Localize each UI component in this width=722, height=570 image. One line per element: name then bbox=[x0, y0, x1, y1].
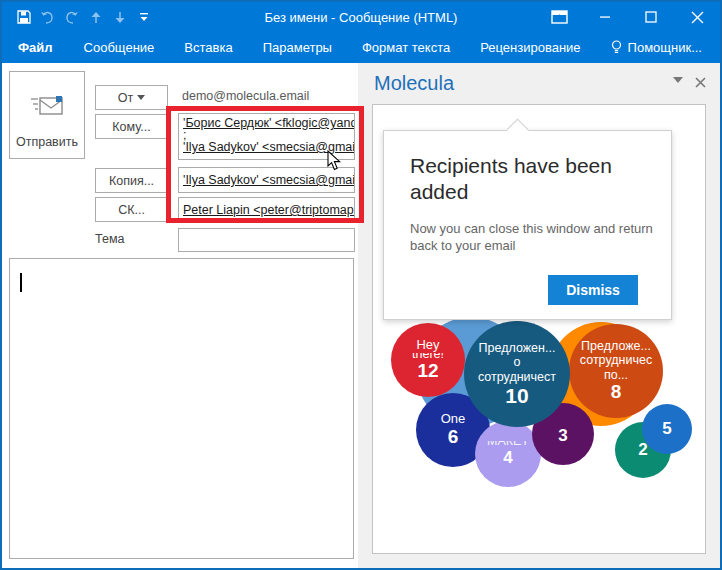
bubble-5[interactable]: 5 bbox=[642, 404, 692, 454]
lightbulb-icon bbox=[611, 40, 622, 55]
customize-quick-access-icon[interactable] bbox=[136, 10, 151, 25]
cc-button[interactable]: Копия... bbox=[95, 168, 168, 193]
from-button[interactable]: От bbox=[95, 85, 168, 110]
tab-review[interactable]: Рецензирование bbox=[465, 32, 595, 63]
popover-heading: Recipients have been added bbox=[410, 153, 645, 206]
message-body[interactable] bbox=[9, 258, 354, 559]
minimize-icon[interactable] bbox=[582, 2, 628, 32]
bubble-predlozhenie-8[interactable]: Предложе... сотрудничес по... 8 bbox=[569, 324, 663, 418]
move-up-icon[interactable] bbox=[88, 10, 103, 25]
close-icon[interactable] bbox=[674, 2, 720, 32]
task-pane-menu-icon[interactable] bbox=[673, 77, 683, 88]
task-pane-title: Molecula bbox=[374, 72, 454, 95]
maximize-icon[interactable] bbox=[628, 2, 674, 32]
to-separator: ; bbox=[183, 130, 350, 140]
ribbon-display-options-icon[interactable] bbox=[536, 2, 582, 32]
compose-pane: Отправить От demo@molecula.email Кому...… bbox=[2, 63, 358, 569]
cc-recipient-1[interactable]: 'Ilya Sadykov' <smecsia@gmail.c bbox=[183, 173, 355, 187]
tab-format-text[interactable]: Формат текста bbox=[347, 32, 465, 63]
cc-field[interactable]: 'Ilya Sadykov' <smecsia@gmail.c bbox=[178, 167, 355, 193]
quick-access-toolbar bbox=[2, 10, 151, 25]
bubble-hey-there-12[interactable]: Hey there! 12 bbox=[391, 323, 465, 397]
to-button[interactable]: Кому... bbox=[95, 114, 168, 139]
subject-input[interactable] bbox=[178, 228, 355, 252]
tab-assistant[interactable]: Помощник... bbox=[596, 32, 717, 63]
bcc-recipient-1[interactable]: Peter Liapin <peter@triptomap.c bbox=[183, 203, 355, 217]
to-recipient-1[interactable]: 'Борис Сердюк' <fklogic@yande bbox=[183, 116, 350, 130]
ribbon-tab-strip: Файл Сообщение Вставка Параметры Формат … bbox=[2, 32, 720, 63]
molecula-task-pane: Molecula One 6 МАКЕТ 4 2 bbox=[358, 63, 720, 569]
from-address: demo@molecula.email bbox=[182, 89, 309, 103]
save-icon[interactable] bbox=[16, 10, 31, 25]
move-down-icon[interactable] bbox=[112, 10, 127, 25]
task-pane-close-icon[interactable] bbox=[695, 77, 706, 88]
window-controls bbox=[536, 2, 720, 32]
addin-content: One 6 МАКЕТ 4 2 5 Hey there! 12 Предложе… bbox=[372, 104, 706, 554]
to-field[interactable]: 'Борис Сердюк' <fklogic@yande ; 'Ilya Sa… bbox=[178, 113, 355, 160]
outlook-compose-window: Без имени - Сообщение (HTML) Файл Сообще… bbox=[0, 0, 722, 570]
dismiss-button[interactable]: Dismiss bbox=[548, 275, 638, 305]
to-recipient-2[interactable]: 'Ilya Sadykov' <smecsia@gmail.c bbox=[183, 140, 350, 154]
popover-body: Now you can close this window and return… bbox=[410, 220, 655, 255]
bubble-predlozhenie-10[interactable]: Предложен... о сотрудничест 10 bbox=[464, 321, 570, 427]
bcc-field[interactable]: Peter Liapin <peter@triptomap.c bbox=[178, 197, 355, 223]
tab-options[interactable]: Параметры bbox=[248, 32, 347, 63]
send-button[interactable]: Отправить bbox=[9, 71, 85, 159]
text-caret bbox=[20, 273, 22, 292]
tab-file[interactable]: Файл bbox=[2, 32, 69, 63]
tab-insert[interactable]: Вставка bbox=[169, 32, 247, 63]
task-pane-header: Molecula bbox=[358, 63, 720, 104]
title-bar: Без имени - Сообщение (HTML) bbox=[2, 2, 720, 32]
tab-message[interactable]: Сообщение bbox=[69, 32, 170, 63]
undo-icon[interactable] bbox=[40, 10, 55, 25]
chevron-down-icon bbox=[137, 95, 145, 100]
send-envelope-icon bbox=[30, 95, 64, 119]
bcc-button[interactable]: СК... bbox=[95, 197, 168, 222]
send-button-label: Отправить bbox=[16, 135, 78, 149]
notification-popover: Recipients have been added Now you can c… bbox=[383, 130, 672, 320]
subject-label: Тема bbox=[95, 232, 124, 246]
redo-icon[interactable] bbox=[64, 10, 79, 25]
